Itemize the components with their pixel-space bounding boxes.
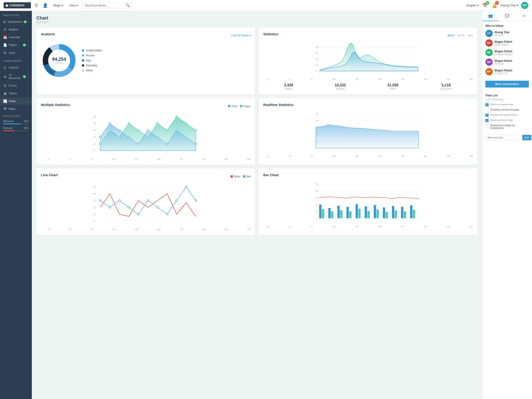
todo-checkbox[interactable] [485, 114, 488, 117]
sidebar-item-dashboard[interactable]: ⊞ Dashboard 2 › [0, 18, 32, 26]
sidebar-item-pages[interactable]: 📄 Pages 5 › [0, 41, 32, 49]
todo-text: Build an angular app [490, 103, 513, 106]
sidebar-item-tables[interactable]: ▦ Tables › [0, 89, 32, 97]
notifications-button[interactable]: 🔔 2 [491, 2, 498, 9]
mailbox-icon: ✉ [3, 28, 7, 31]
calendar-button[interactable]: 📅 5 [481, 2, 488, 9]
svg-text:30: 30 [316, 197, 318, 199]
sidebar-item-forms[interactable]: ☰ Forms › [0, 82, 32, 89]
analysis-title: Analysis [41, 32, 55, 36]
order-dot [231, 175, 233, 177]
nav-section-label: Navigation [0, 11, 32, 18]
logo-icon: ◈ [6, 3, 8, 7]
follow-role: Designer, UI [494, 72, 512, 75]
layouts-icon: ⊡ [3, 66, 7, 69]
user-icon[interactable]: 👤 [42, 2, 49, 9]
donut-label: VISITS [52, 62, 66, 64]
release-label: Release [3, 127, 12, 129]
svg-point-40 [99, 136, 101, 138]
tab-followers[interactable]: 👥 [482, 11, 499, 21]
more-connections-button[interactable]: More Connections [485, 81, 529, 88]
menu-toggle-icon[interactable]: ☰ [34, 2, 39, 9]
follow-name: Hoang Thai [494, 31, 509, 34]
logo[interactable]: ◈ CODEBOX [4, 2, 31, 8]
chevron-down-icon: ▾ [62, 4, 63, 7]
todo-checkbox[interactable] [485, 108, 488, 112]
follow-item: MP Mogen Polish Designer, Blogger [485, 49, 529, 56]
svg-point-77 [119, 200, 120, 202]
svg-rect-103 [340, 210, 342, 218]
legend-item: Russia [82, 54, 102, 57]
follow-role: Designer, Blogger [494, 53, 513, 56]
user-avatar[interactable]: HT [521, 2, 528, 9]
legend-dot [82, 49, 84, 52]
todo-add-button[interactable]: Add [522, 135, 531, 140]
svg-point-30 [109, 129, 111, 131]
tab-month[interactable]: Month [457, 34, 464, 37]
chart-icon: 📈 [3, 99, 7, 103]
pages-icon: 📄 [3, 43, 7, 47]
line-chart-title: Line Chart [41, 173, 58, 177]
sidebar-item-mailbox[interactable]: ✉ Mailbox [0, 26, 32, 33]
chevron-down-icon: ▾ [477, 4, 479, 7]
line-chart-svg: 0 10 20 30 40 50 [41, 182, 251, 228]
ui-elements-icon: ◈ [3, 75, 7, 78]
svg-text:50: 50 [94, 186, 96, 188]
page-title: Chart [36, 15, 477, 21]
svg-point-31 [119, 136, 120, 138]
sidebar-item-layouts[interactable]: ⊡ Layouts › [0, 64, 32, 71]
milestone-progress: Milestone 70% [3, 120, 29, 124]
sell-legend: Sell [243, 175, 251, 178]
svg-text:40: 40 [316, 190, 318, 192]
tab-year[interactable]: Year [468, 34, 473, 37]
language-selector[interactable]: English ▾ [467, 4, 479, 7]
todo-add-input[interactable] [485, 135, 521, 140]
follow-name: Mogen Polish [494, 40, 512, 44]
time-selector[interactable]: Last 24 Hours ▾ [231, 34, 251, 37]
tab-week[interactable]: Week [447, 34, 454, 37]
data-points-label: Data Points [3, 115, 29, 118]
multiple-stats-chart: 0 10 20 30 40 50 [41, 112, 251, 158]
follow-role: Musician [494, 63, 512, 65]
chevron-down-icon: ▾ [76, 4, 78, 7]
todo-checkbox[interactable] [485, 124, 488, 127]
follow-item: MP Mogen Polish Writter, Editor [485, 39, 529, 47]
stats-numbers: 3,438 Orders 10,232 Sellings 21,550 Item… [263, 83, 473, 90]
logo-text: CODEBOX [10, 4, 25, 7]
svg-point-39 [195, 129, 197, 131]
svg-rect-119 [413, 210, 415, 218]
tab-messages[interactable]: 💬 [499, 11, 515, 21]
svg-rect-118 [410, 205, 412, 218]
sidebar-item-apps[interactable]: ⊞ Apps › [0, 49, 32, 57]
svg-point-29 [99, 143, 101, 145]
svg-text:40: 40 [316, 120, 318, 122]
svg-point-75 [99, 200, 101, 202]
search-container: 🔍 [82, 2, 133, 9]
analysis-card: Analysis Last 24 Hours ▾ [36, 27, 255, 95]
dashboard-icon: ⊞ [3, 20, 6, 24]
todo-checkbox[interactable] [485, 119, 488, 122]
items-label: Items [387, 87, 399, 90]
legend-item: Italy [82, 59, 102, 62]
sidebar-item-maps[interactable]: 🗺 Maps › [0, 105, 32, 113]
todo-checkbox[interactable] [485, 103, 488, 106]
todo-item: Build a js based app [485, 119, 529, 122]
svg-text:40: 40 [94, 122, 96, 125]
follow-item: MP Mogen Polish Designer, UI [485, 68, 529, 75]
new-menu-button[interactable]: New ▾ [68, 3, 80, 8]
username-display[interactable]: Hoang.Thai ▾ [501, 4, 518, 7]
svg-point-80 [147, 200, 149, 202]
mega-menu-button[interactable]: Mega ▾ [51, 3, 65, 8]
todo-text: Build a js based app [490, 119, 513, 121]
tab-settings[interactable]: ⚙ [515, 11, 532, 21]
svg-rect-101 [331, 211, 333, 218]
svg-rect-106 [355, 204, 358, 218]
bar-chart-card: Bar Chart 0 10 20 30 40 50 [259, 168, 477, 235]
data-points-section: Data Points Milestone 70% Release 45% [0, 113, 32, 136]
sidebar-item-chart[interactable]: 📈 Chart › [0, 97, 32, 105]
sidebar-item-ui-elements[interactable]: ◈ UI Elements 5 › [0, 71, 32, 82]
sidebar-item-calendar[interactable]: 📅 Calendar [0, 33, 32, 41]
search-input[interactable] [85, 4, 124, 7]
svg-point-35 [157, 123, 158, 124]
customers-label: Customers [440, 87, 452, 90]
